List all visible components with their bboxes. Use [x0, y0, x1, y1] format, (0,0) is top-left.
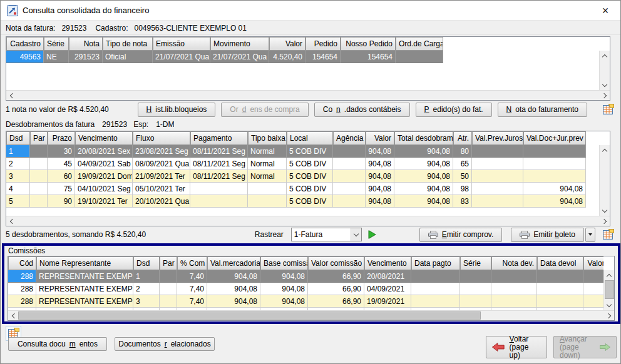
column-header[interactable]: Valor dev/inc: [583, 256, 603, 270]
column-header[interactable]: Nome Representante: [36, 256, 133, 270]
scroll-right-button[interactable]: [600, 216, 610, 226]
column-header[interactable]: Nosso Pedido: [341, 37, 396, 51]
scroll-left-button[interactable]: [6, 216, 16, 226]
column-header[interactable]: Ord.de Carga: [396, 37, 443, 51]
nota-vertical-scrollbar[interactable]: [599, 51, 610, 90]
spreadsheet-icon-button[interactable]: [600, 227, 615, 242]
column-header[interactable]: Val.Doc+Jur.prev: [523, 131, 586, 145]
scrollbar-thumb[interactable]: [18, 311, 481, 320]
column-header[interactable]: Vencimento: [75, 131, 133, 145]
table-cell: 4: [6, 183, 30, 195]
column-header[interactable]: % Com: [177, 256, 207, 270]
table-row[interactable]: 24504/09/2021 Sab08/09/2021 Qua08/11/202…: [6, 158, 586, 170]
voltar-page-up-button[interactable]: Voltar (page up): [486, 336, 547, 358]
close-button[interactable]: ×: [595, 2, 615, 19]
nota-do-faturamento-button[interactable]: Nota do faturamento: [498, 103, 587, 117]
nota-toolbar: Hist.lib.bloqueios Ordens de compra Con.…: [138, 102, 615, 117]
pedidos-do-fat-button[interactable]: Pedido(s) do fat.: [416, 103, 492, 117]
scroll-left-button[interactable]: [8, 311, 18, 321]
table-cell: [537, 283, 583, 295]
scrollbar-thumb[interactable]: [605, 280, 614, 299]
table-row[interactable]: 49563NE291523Oficial21/07/2021 Qua21/07/…: [6, 51, 443, 63]
scroll-left-button[interactable]: [6, 91, 16, 101]
scroll-right-button[interactable]: [604, 311, 614, 321]
nota-horizontal-scrollbar[interactable]: [6, 90, 610, 100]
boleto-options-dropdown-button[interactable]: [585, 228, 595, 242]
rastrear-combobox[interactable]: 1-Fatura: [291, 228, 362, 241]
column-header[interactable]: Vencimento: [364, 256, 411, 270]
rastrear-run-button[interactable]: [367, 230, 377, 240]
scrollbar-track[interactable]: [18, 311, 604, 320]
column-header[interactable]: Dsd: [6, 131, 30, 145]
table-row[interactable]: 288REPRESENTANTE EXEMPLO 0127,40904,0890…: [8, 283, 603, 295]
column-header[interactable]: Base comissão: [260, 256, 308, 270]
table-row[interactable]: 13020/08/2021 Sex23/08/2021 Seg08/11/202…: [6, 145, 586, 158]
table-row[interactable]: 36019/09/2021 Dom21/09/2021 Ter08/11/202…: [6, 170, 586, 183]
scroll-up-button[interactable]: [604, 270, 614, 280]
table-cell: 154654: [305, 51, 341, 63]
column-header[interactable]: Série: [44, 37, 69, 51]
con-dados-contabeis-button[interactable]: Con.dados contábeis: [314, 103, 410, 117]
voltar-sub-label: (page up): [510, 343, 541, 360]
spreadsheet-icon-button[interactable]: [600, 102, 615, 117]
column-header[interactable]: Atr.: [453, 131, 472, 145]
avancar-page-down-button[interactable]: Avançar (page down): [553, 336, 617, 358]
column-header[interactable]: Fluxo: [133, 131, 190, 145]
scroll-up-button[interactable]: [600, 145, 610, 155]
table-row[interactable]: 288REPRESENTANTE EXEMPLO 0137,40904,0890…: [8, 295, 603, 308]
column-header[interactable]: Data devol: [537, 256, 583, 270]
desd-vertical-scrollbar[interactable]: [599, 145, 610, 216]
column-header[interactable]: Local: [287, 131, 333, 145]
table-row[interactable]: 59019/10/2021 Ter20/10/2021 Qua5 COB DIV…: [6, 195, 586, 208]
column-header[interactable]: Cadastro: [6, 37, 44, 51]
hist-lib-bloqueios-button[interactable]: Hist.lib.bloqueios: [138, 103, 216, 117]
consulta-documentos-button[interactable]: Consulta documentos: [8, 337, 107, 351]
column-header[interactable]: Agência: [333, 131, 366, 145]
scroll-up-button[interactable]: [600, 51, 610, 61]
emitir-comprov-button[interactable]: Emitir comprov.: [419, 228, 502, 242]
column-header[interactable]: Cód: [8, 256, 36, 270]
column-header[interactable]: Val.Prev.Juros: [472, 131, 523, 145]
column-header[interactable]: Par: [160, 256, 177, 270]
comissoes-horizontal-scrollbar[interactable]: [8, 310, 614, 320]
ordens-de-compra-button[interactable]: Ordens de compra: [221, 103, 308, 117]
scroll-right-button[interactable]: [600, 91, 610, 101]
column-header[interactable]: Prazo: [48, 131, 75, 145]
column-header[interactable]: Par: [30, 131, 48, 145]
table-cell: 08/11/2021 Seg: [190, 145, 248, 158]
column-header[interactable]: Data pagto: [411, 256, 460, 270]
column-header[interactable]: Tipo de nota: [103, 37, 153, 51]
column-header[interactable]: Valor: [366, 131, 394, 145]
table-row[interactable]: 288REPRESENTANTE EXEMPLO 0117,40904,0890…: [8, 270, 603, 283]
column-header[interactable]: Nota dev.: [491, 256, 537, 270]
column-header[interactable]: Nota: [69, 37, 103, 51]
column-header[interactable]: Pedido: [305, 37, 341, 51]
column-header[interactable]: Emissão: [153, 37, 210, 51]
scroll-down-button[interactable]: [604, 300, 614, 310]
desd-horizontal-scrollbar[interactable]: [6, 216, 610, 226]
comissoes-vertical-scrollbar[interactable]: [603, 270, 614, 310]
scrollbar-track[interactable]: [16, 91, 600, 100]
scroll-down-button[interactable]: [600, 80, 610, 90]
table-cell: 904,08: [523, 195, 586, 208]
column-header[interactable]: Série: [460, 256, 491, 270]
emitir-boleto-button[interactable]: Emitir boleto: [511, 228, 584, 242]
column-header[interactable]: Total desdobram: [394, 131, 453, 145]
column-header[interactable]: Valor: [269, 37, 305, 51]
scroll-down-button[interactable]: [600, 206, 610, 216]
table-cell: 1: [6, 145, 30, 158]
column-header[interactable]: Pagamento: [190, 131, 248, 145]
column-header[interactable]: Dsd: [133, 256, 160, 270]
table-row[interactable]: 47504/10/2021 Seg05/10/2021 Ter5 COB DIV…: [6, 183, 586, 195]
column-header[interactable]: Val.mercadorias: [207, 256, 260, 270]
column-header[interactable]: Movimento: [210, 37, 269, 51]
combo-dropdown-button[interactable]: [351, 228, 361, 241]
column-header[interactable]: Tipo baixa: [248, 131, 287, 145]
chevron-down-icon: [354, 231, 359, 236]
scrollbar-track[interactable]: [16, 216, 600, 226]
documentos-relacionados-button[interactable]: Documentos relacionados: [115, 337, 215, 351]
column-header[interactable]: Valor comissão: [308, 256, 364, 270]
table-cell: 05/10/2021 Ter: [133, 183, 190, 195]
table-cell: Oficial: [103, 51, 153, 63]
play-icon: [367, 230, 377, 240]
